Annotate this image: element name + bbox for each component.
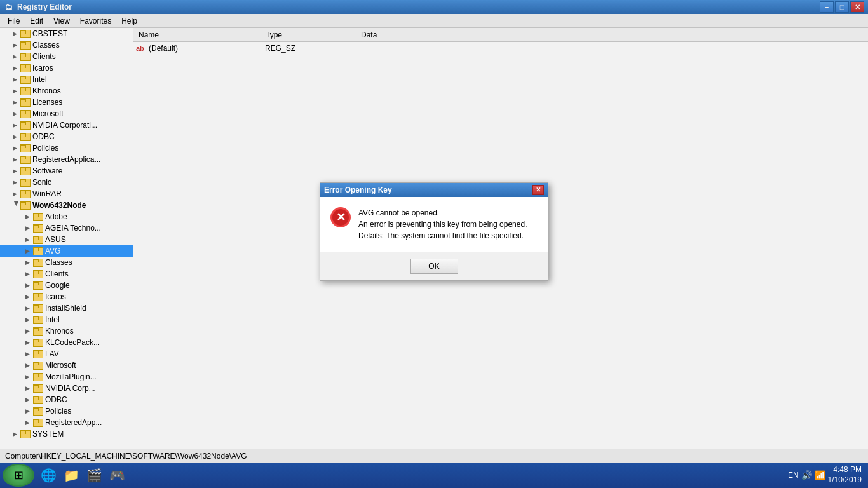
taskbar-icon-game[interactable]: 🎮 [105,464,128,487]
clock-date: 1/10/2019 [828,475,862,485]
dialog-footer: OK [320,252,548,280]
dialog-message: AVG cannot be opened. An error is preven… [358,207,527,241]
dialog-msg-line3: Details: The system cannot find the file… [358,230,527,241]
taskbar-icon-files[interactable]: 📁 [60,464,83,487]
clock: 4:48 PM 1/10/2019 [828,465,862,485]
error-dialog: Error Opening Key ✕ ✕ AVG cannot be open… [320,182,548,281]
taskbar: ⊞ 🌐 📁 🎬 🎮 EN 🔊 📶 4:48 PM 1/10/2019 [0,463,868,488]
start-button[interactable]: ⊞ [3,464,34,487]
taskbar-right: EN 🔊 📶 4:48 PM 1/10/2019 [788,465,865,485]
dialog-title-bar: Error Opening Key ✕ [320,183,548,197]
ok-button[interactable]: OK [410,259,458,274]
dialog-msg-line1: AVG cannot be opened. [358,207,527,219]
start-orb: ⊞ [4,465,32,485]
dialog-body: ✕ AVG cannot be opened. An error is prev… [320,197,548,252]
language-indicator: EN [788,471,799,480]
dialog-close-button[interactable]: ✕ [532,185,544,195]
dialog-title: Error Opening Key [324,186,532,194]
clock-time: 4:48 PM [828,465,862,475]
dialog-overlay: Error Opening Key ✕ ✕ AVG cannot be open… [0,0,868,463]
taskbar-icon-media[interactable]: 🎬 [83,464,105,487]
taskbar-icon-browser[interactable]: 🌐 [37,464,60,487]
tray-icon-network: 🔊 [801,470,812,480]
tray-icon-volume: 📶 [815,470,825,480]
error-icon: ✕ [330,207,351,227]
dialog-msg-line2: An error is preventing this key from bei… [358,219,527,230]
system-tray: EN 🔊 📶 [788,470,825,480]
